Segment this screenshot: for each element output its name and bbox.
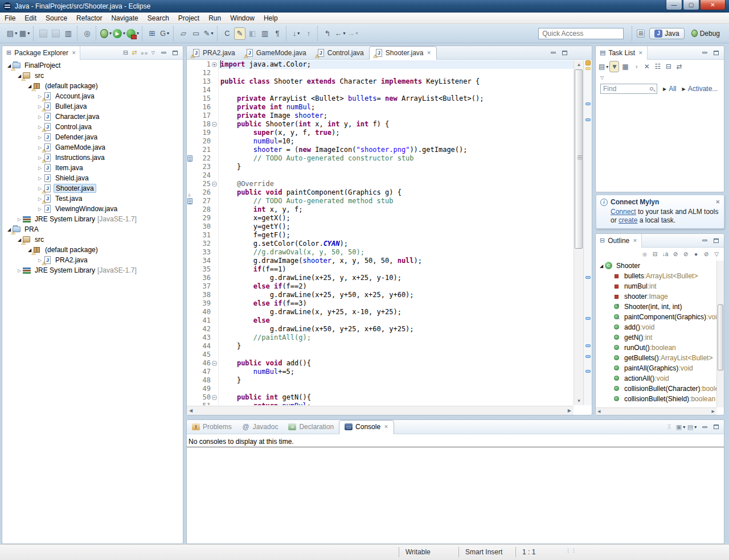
tree-item[interactable]: ▷JViewingWindow.java (2, 204, 183, 214)
outline-item[interactable]: ◢CShooter (596, 261, 716, 271)
run-button[interactable]: ▶▾ (113, 27, 125, 40)
outline-item[interactable]: collisionBullet(Character) : boolean (596, 384, 716, 394)
dropdown-arrow-icon[interactable]: ▾ (137, 31, 139, 36)
collapse-all-button[interactable]: ⊟ (664, 61, 673, 72)
editor-tab-PRA2.java[interactable]: J⚠PRA2.java (187, 46, 240, 60)
collapsed-arrow-icon[interactable]: ▷ (36, 114, 43, 120)
view-menu-button[interactable]: ▽ (712, 249, 721, 259)
quick-access-input[interactable] (538, 28, 624, 39)
tree-item[interactable]: ◢⚠src (2, 71, 183, 81)
chevron-down-icon[interactable]: ▽ (600, 75, 604, 80)
task-marker[interactable] (585, 276, 591, 279)
code-line[interactable]: △26 public void paintComponent(Graphics … (187, 188, 574, 197)
code-line[interactable]: 31 f=getF(); (187, 231, 574, 240)
tree-item[interactable]: ▷J⚠Control.java (2, 122, 183, 132)
outline-item[interactable]: shooter : Image (596, 291, 716, 302)
categorized-button[interactable]: ▼ (609, 61, 619, 72)
code-line[interactable]: 34 g.drawImage(shooter, x, y, 50, 50, nu… (187, 257, 574, 265)
focus-task-icon[interactable]: ●● (141, 50, 148, 56)
fold-column[interactable] (211, 86, 219, 94)
fold-column[interactable] (211, 282, 219, 291)
collapsed-arrow-icon[interactable]: ▷ (16, 268, 23, 273)
scroll-up-icon[interactable]: ▲ (574, 60, 584, 69)
close-button[interactable]: ✕ (700, 0, 726, 10)
maximize-view-icon[interactable] (711, 49, 720, 57)
maximize-view-icon[interactable] (711, 237, 720, 245)
display-console-button[interactable]: ▣▾ (675, 422, 686, 432)
tree-item[interactable]: ▷J⚠Instructions.java (2, 153, 183, 163)
scheduled-button[interactable]: ▦ (620, 61, 630, 72)
hide-locals-button[interactable]: ⊘ (702, 249, 711, 259)
outline-item[interactable]: Shooter(int, int, int) (596, 302, 716, 312)
fold-column[interactable] (211, 137, 219, 146)
fold-column[interactable] (211, 240, 219, 248)
code-line[interactable]: 13public class Shooter extends Character… (187, 77, 574, 86)
fold-column[interactable] (211, 163, 219, 171)
collapsed-arrow-icon[interactable]: ▷ (16, 217, 23, 222)
occurrence-marker[interactable] (585, 60, 591, 65)
fold-column[interactable] (211, 248, 219, 257)
fold-column[interactable] (211, 231, 219, 240)
console-tab-declaration[interactable]: ≡Declaration (283, 420, 339, 434)
task-activate-link[interactable]: Activate... (688, 85, 718, 93)
dropdown-arrow-icon[interactable]: ▾ (343, 31, 346, 36)
code-line[interactable]: 27 // TODO Auto-generated method stub (187, 197, 574, 205)
close-icon[interactable]: ✕ (384, 424, 388, 430)
tree-item[interactable]: ▷JCharacter.java (2, 112, 183, 122)
debug-button[interactable]: ▾ (100, 27, 112, 40)
fold-column[interactable] (211, 316, 219, 325)
menu-help[interactable]: Help (259, 13, 282, 23)
outline-item[interactable]: paintAll(Graphics) : void (596, 363, 716, 373)
save-button[interactable] (38, 27, 49, 40)
open-console-button[interactable]: ▤▾ (687, 422, 697, 432)
code-line[interactable]: 16 private int numBul; (187, 103, 574, 112)
hide-fields-button[interactable]: ⊘ (671, 249, 680, 259)
minimize-view-icon[interactable] (700, 423, 709, 431)
tree-item[interactable]: ▷J⚠Account.java (2, 91, 183, 101)
hide-static-button[interactable]: ⊘ (681, 249, 690, 259)
outline-vscroll-thumb[interactable] (718, 304, 723, 370)
fold-column[interactable] (211, 308, 219, 316)
mark-occurrences-button[interactable]: ✎ (234, 27, 245, 40)
tree-item[interactable]: ◢⚠FinalProject (2, 60, 183, 71)
menu-navigate[interactable]: Navigate (107, 13, 142, 23)
editor-vscrollbar[interactable]: ▲ ▼ (574, 60, 583, 405)
code-line[interactable]: 25− @Override (187, 180, 574, 188)
show-public-button[interactable]: ● (691, 249, 701, 259)
open-javadoc-button[interactable]: ▥ (259, 27, 271, 40)
fold-column[interactable]: − (211, 120, 219, 129)
maximize-view-icon[interactable] (170, 49, 179, 57)
fold-column[interactable] (211, 112, 219, 120)
prev-annotation-button[interactable]: ↑ (303, 27, 314, 40)
link-editor-icon[interactable]: ⇄ (132, 49, 137, 56)
open-perspective-icon[interactable]: ⊞ (637, 30, 645, 38)
fold-column[interactable] (211, 291, 219, 299)
menu-file[interactable]: File (0, 13, 20, 23)
tree-item[interactable]: ◢⚠(default package) (2, 81, 183, 91)
fold-column[interactable] (211, 342, 219, 351)
minimize-view-icon[interactable] (548, 49, 558, 57)
code-line[interactable]: 18− public Shooter(int x, int y, int f) … (187, 120, 574, 129)
code-line[interactable]: 21 shooter = (new ImageIcon("shooter.png… (187, 146, 574, 154)
fold-column[interactable] (211, 154, 219, 163)
tree-item[interactable]: ◢⚠PRA (2, 224, 183, 234)
collapsed-arrow-icon[interactable]: ▷ (36, 166, 43, 171)
code-line[interactable]: 15 private ArrayList <Bullet> bullets= n… (187, 94, 574, 103)
close-icon[interactable]: ✕ (715, 199, 720, 205)
tree-item[interactable]: ▷JRE System Library[JavaSE-1.7] (2, 214, 183, 224)
mylyn-create-link[interactable]: create (619, 216, 637, 224)
fold-column[interactable] (211, 77, 219, 86)
minimize-view-icon[interactable] (700, 49, 709, 57)
code-line[interactable]: 42 g.drawLine(x+50, y+25, x+60, y+25); (187, 325, 574, 333)
drag-handle[interactable]: ⋮⋮ (566, 547, 577, 553)
tree-item[interactable]: ▷JItem.java (2, 163, 183, 173)
outline-item[interactable]: getBullets() : ArrayList<Bullet> (596, 353, 716, 363)
show-whitespace-button[interactable]: ¶ (272, 27, 283, 40)
minimize-view-icon[interactable] (700, 237, 709, 245)
scroll-left-icon[interactable]: ◀ (597, 409, 600, 414)
code-line[interactable]: 37 else if(f==2) (187, 282, 574, 291)
fold-column[interactable] (211, 223, 219, 231)
fold-column[interactable] (211, 385, 219, 393)
editor-tab-GameMode.java[interactable]: J⚠GameMode.java (240, 46, 312, 60)
fold-column[interactable] (211, 351, 219, 359)
